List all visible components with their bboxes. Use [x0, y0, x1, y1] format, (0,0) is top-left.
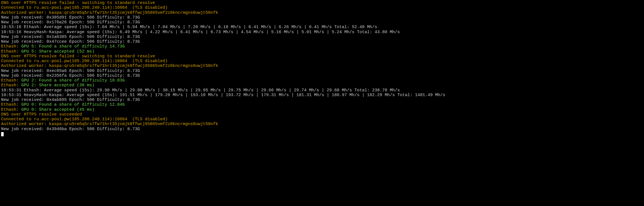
log-line: New job received: 0xec05a6 Epoch: 506 Di…: [1, 69, 643, 73]
log-line: New job received: 0x176a26 Epoch: 506 Di…: [1, 20, 643, 25]
log-segment: GPU 2: Found a share of difficulty 18.03…: [21, 78, 125, 83]
log-segment: 10:53:16 Ethash: Average speed (15s): 7.…: [1, 25, 377, 30]
log-line: Ethash: GPU 5: Share accepted (52 ms): [1, 49, 643, 54]
log-line: Authorized worker: kaspa:qru5rm5q5rs7fw7…: [1, 10, 643, 15]
log-line: 10:53:16 Ethash: Average speed (15s): 7.…: [1, 25, 643, 30]
log-line: Ethash: GPU 0: Found a share of difficul…: [1, 102, 643, 107]
log-segment: DNS over HTTPS resolve failed - switchin…: [1, 1, 155, 5]
log-line: DNS over HTTPS resolve succeeded: [1, 112, 643, 117]
log-segment: Connected to ru.acc-pool.pw(185.200.240.…: [1, 117, 168, 122]
log-line: Connected to ru.acc-pool.pw(185.200.240.…: [1, 117, 643, 122]
log-line: Authorized worker: kaspa:qru5rm5q5rs7fw7…: [1, 122, 643, 126]
log-line: New job received: 0x3946ba Epoch: 506 Di…: [1, 127, 643, 132]
log-segment: New job received: 0x2356fa Epoch: 506 Di…: [1, 73, 140, 78]
log-segment: GPU 5: Share accepted (52 ms): [21, 49, 94, 54]
log-segment: New job received: 0x4ab895 Epoch: 506 Di…: [1, 98, 140, 102]
log-line: New job received: 0x1a6385 Epoch: 506 Di…: [1, 35, 643, 39]
log-line: DNS over HTTPS resolve failed - switchin…: [1, 54, 643, 59]
log-line: New job received: 0x4ab895 Epoch: 506 Di…: [1, 98, 643, 102]
log-segment: 10:53:31 HeavyHash-Kaspa: Average speed …: [1, 93, 445, 98]
log-line: Connected to ru.acc-pool.pw(185.200.240.…: [1, 5, 643, 10]
log-segment: Connected to ru.acc-pool.pw(185.200.240.…: [1, 5, 168, 10]
cursor-icon: [1, 132, 4, 136]
log-segment: New job received: 0x385d91 Epoch: 506 Di…: [1, 15, 140, 20]
log-segment: Ethash:: [1, 78, 21, 83]
log-segment: Ethash:: [1, 49, 21, 54]
log-segment: New job received: 0x176a26 Epoch: 506 Di…: [1, 20, 140, 25]
log-segment: 10:53:31 Ethash: Average speed (15s): 29…: [1, 88, 400, 93]
log-segment: New job received: 0x3946ba Epoch: 506 Di…: [1, 127, 140, 132]
log-line: 10:53:31 Ethash: Average speed (15s): 29…: [1, 88, 643, 93]
log-segment: Authorized worker: kaspa:qru5rm5q5rs7fw7…: [1, 122, 218, 126]
log-segment: 10:53:16 HeavyHash-Kaspa: Average speed …: [1, 30, 400, 35]
log-segment: GPU 2: Share accepted (38 ms): [21, 83, 94, 88]
log-segment: GPU 0: Found a share of difficulty 12.84…: [21, 102, 125, 107]
log-segment: Authorized worker: kaspa:qru5rm5q5rs7fw7…: [1, 64, 218, 68]
log-segment: New job received: 0x1a6385 Epoch: 506 Di…: [1, 35, 140, 39]
log-line: DNS over HTTPS resolve failed - switchin…: [1, 1, 643, 5]
log-segment: DNS over HTTPS resolve succeeded: [1, 112, 82, 117]
log-line: 10:53:16 HeavyHash-Kaspa: Average speed …: [1, 30, 643, 35]
log-line: Ethash: GPU 2: Share accepted (38 ms): [1, 83, 643, 88]
cursor-line: [1, 132, 643, 136]
log-line: Ethash: GPU 5: Found a share of difficul…: [1, 44, 643, 49]
log-segment: Ethash:: [1, 83, 21, 88]
log-line: Connected to ru.acc-pool.pw(185.200.240.…: [1, 59, 643, 64]
log-line: New job received: 0x385d91 Epoch: 506 Di…: [1, 15, 643, 20]
log-line: Authorized worker: kaspa:qru5rm5q5rs7fw7…: [1, 64, 643, 68]
log-segment: GPU 5: Found a share of difficulty 14.73…: [21, 44, 125, 49]
log-segment: GPU 0: Share accepted (45 ms): [21, 107, 94, 112]
log-line: Ethash: GPU 2: Found a share of difficul…: [1, 78, 643, 83]
log-segment: DNS over HTTPS resolve failed - switchin…: [1, 54, 155, 59]
log-segment: New job received: 0x47ccee Epoch: 506 Di…: [1, 39, 140, 44]
log-line: 10:53:31 HeavyHash-Kaspa: Average speed …: [1, 93, 643, 98]
log-line: New job received: 0x47ccee Epoch: 506 Di…: [1, 39, 643, 44]
log-segment: New job received: 0xec05a6 Epoch: 506 Di…: [1, 69, 140, 73]
terminal-output[interactable]: DNS over HTTPS resolve failed - switchin…: [0, 0, 644, 137]
log-line: New job received: 0x2356fa Epoch: 506 Di…: [1, 73, 643, 78]
log-segment: Connected to ru.acc-pool.pw(185.200.240.…: [1, 59, 168, 64]
log-line: Ethash: GPU 0: Share accepted (45 ms): [1, 107, 643, 112]
log-segment: Authorized worker: kaspa:qru5rm5q5rs7fw7…: [1, 10, 218, 15]
log-segment: Ethash:: [1, 107, 21, 112]
log-segment: Ethash:: [1, 102, 21, 107]
log-segment: Ethash:: [1, 44, 21, 49]
